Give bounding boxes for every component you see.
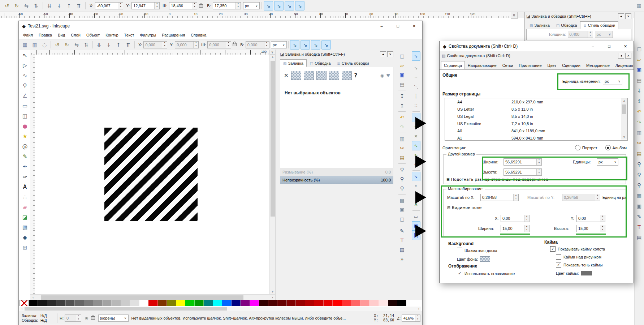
open-document-icon[interactable]: ▱ [635, 54, 644, 64]
fill-rule-nonzero-icon[interactable]: ◉ [380, 73, 384, 78]
fill-stroke-dialog-icon[interactable]: ✎ [635, 211, 644, 222]
viewbox-width-field[interactable]: 15,00▲▼ [501, 225, 530, 232]
paste-icon[interactable]: ▤ [397, 153, 407, 162]
antialias-checkbox[interactable]: ✓Использовать сглаживание [457, 271, 515, 276]
height-field[interactable]: 0,000▲▼ [246, 41, 269, 48]
fill-stroke-dialog-icon[interactable]: ✎ [397, 226, 407, 236]
flip-horizontal-icon[interactable]: ⇆ [72, 40, 81, 50]
palette-swatch[interactable] [232, 300, 241, 306]
palette-swatch[interactable] [84, 300, 94, 306]
background-horizontal-ruler[interactable]: -60-50-40-30-20-100102030405060708090100… [0, 12, 517, 18]
spray-tool-icon[interactable]: ∴ [20, 192, 30, 202]
palette-swatch[interactable] [195, 300, 204, 306]
palette-scrollbar[interactable]: ‹ › [20, 307, 421, 311]
cut-icon[interactable]: ✂ [397, 144, 407, 153]
raise-one-step-icon[interactable]: ↑ [64, 1, 74, 10]
stroke-width-units-dropdown[interactable]: px∨ [595, 31, 613, 38]
scrollbar-thumb[interactable] [41, 295, 243, 300]
palette-swatch[interactable] [351, 300, 360, 306]
panel-collapse-button[interactable]: ◄ [618, 53, 624, 59]
command-icon[interactable] [397, 193, 407, 196]
panel-tab[interactable]: □Обводка [307, 59, 334, 67]
fill-rule-evenodd-icon[interactable]: ♥ [386, 73, 390, 78]
scroll-down-icon[interactable]: ∨ [621, 134, 627, 140]
dialog-tab[interactable]: Страница [441, 61, 465, 69]
palette-swatch[interactable] [103, 300, 112, 306]
cut-icon[interactable]: ✂ [635, 138, 644, 148]
export-icon[interactable]: ↥ [635, 96, 644, 106]
snap-others-icon[interactable]: ↘ [412, 172, 420, 181]
background-toolbar-icon[interactable]: ▦ [635, 2, 643, 10]
copy-icon[interactable]: ▥ [635, 127, 644, 138]
page-size-row[interactable]: US Legal8,5 x 14,0 in [445, 113, 621, 120]
palette-swatch[interactable] [130, 300, 139, 306]
bezier-tool-icon[interactable]: ✒ [20, 162, 30, 172]
palette-swatch[interactable] [204, 300, 213, 306]
tweak-tool-icon[interactable]: ∿ [20, 70, 30, 81]
lower-one-step-icon[interactable]: ↓ [104, 40, 113, 50]
measure-tool-icon[interactable]: ∠ [20, 91, 30, 101]
palette-swatch[interactable] [66, 300, 75, 306]
snap-bbox-corners-icon[interactable]: ↘ [285, 1, 294, 10]
snap-bbox-icon[interactable]: ↘ [412, 63, 420, 73]
open-document-icon[interactable]: ▱ [397, 61, 407, 70]
command-icon[interactable] [397, 224, 407, 226]
palette-swatch[interactable] [75, 300, 84, 306]
palette-swatch[interactable] [287, 300, 296, 306]
page-size-row[interactable]: A4210,0 x 297,0 mm [445, 98, 621, 106]
scroll-right-icon[interactable]: › [416, 307, 421, 311]
layer-visibility-icon[interactable]: ◉ [85, 316, 88, 320]
text-dialog-icon[interactable]: T [635, 222, 644, 232]
selector-tool-icon[interactable]: ↖ [20, 50, 30, 60]
clone-icon[interactable]: ▣ [397, 205, 407, 214]
opacity-slider[interactable]: Непрозрачность (%) 100,0 [280, 176, 393, 184]
palette-swatch[interactable] [388, 300, 397, 306]
scale-x-field[interactable]: 0,26458▲▼ [480, 194, 519, 201]
lock-ratio-icon[interactable] [199, 4, 203, 8]
palette-swatch[interactable] [148, 300, 158, 306]
palette-swatch[interactable] [305, 300, 315, 306]
print-icon[interactable]: ▤ [635, 75, 644, 85]
snap-others-icon[interactable]: ↘ [311, 40, 320, 50]
menu-item[interactable]: Объект [83, 32, 103, 38]
dialog-titlebar[interactable]: ◆ Свойства документа (Shift+Ctrl+D) – □ … [440, 41, 634, 51]
scale-y-field[interactable]: 0,26458▲▼ [562, 194, 600, 201]
palette-swatch[interactable] [38, 300, 47, 306]
striped-square-object[interactable] [104, 128, 198, 221]
snap-nodes-icon[interactable]: ↘ [301, 40, 310, 50]
save-icon[interactable]: ▣ [635, 64, 644, 75]
raise-to-top-icon[interactable]: ⇈ [74, 1, 83, 10]
y-field[interactable]: 0,000▲▼ [175, 41, 199, 48]
flip-vertical-icon[interactable]: ⇅ [82, 40, 91, 50]
fit-page-expander[interactable]: ⊞ Подогнать размер страницы под содержим… [446, 177, 548, 182]
pencil-tool-icon[interactable]: ✎ [20, 151, 30, 162]
border-on-top-checkbox[interactable]: Кайма над рисунком [556, 254, 601, 260]
dialog-tab[interactable]: Цвет [545, 61, 559, 69]
palette-swatch[interactable] [360, 300, 370, 306]
landscape-radio[interactable]: Альбом [605, 145, 627, 150]
snap-page-icon[interactable]: ↘ [321, 40, 331, 50]
panel-tab[interactable]: □Обводка [553, 21, 580, 29]
panel-tab[interactable]: ▧Заливка [526, 21, 553, 29]
zoom-page-icon[interactable]: ⚲ [397, 184, 407, 193]
lock-ratio-icon[interactable] [233, 43, 237, 46]
x-field[interactable]: 0,000▲▼ [143, 41, 167, 48]
horizontal-ruler[interactable]: 100 [30, 50, 269, 55]
palette-swatch[interactable] [167, 300, 176, 306]
list-scrollbar[interactable]: ∧ ∨ [621, 98, 627, 140]
new-document-icon[interactable]: ▢ [397, 51, 407, 61]
panel-collapse-button[interactable]: ◄ [380, 51, 386, 57]
paste-icon[interactable]: ▤ [635, 148, 644, 159]
background-color-swatch[interactable] [480, 256, 490, 262]
viewbox-y-field[interactable]: 0,00▲▼ [576, 215, 605, 222]
command-icon[interactable] [397, 110, 407, 113]
duplicate-icon[interactable]: ▩ [635, 190, 644, 201]
palette-swatch[interactable] [369, 300, 379, 306]
menu-item[interactable]: Правка [36, 32, 55, 38]
palette-swatch[interactable] [20, 300, 29, 306]
node-tool-icon[interactable]: ▷ [20, 60, 30, 70]
palette-swatch[interactable] [379, 300, 388, 306]
dropper-tool-icon[interactable]: ◆ [20, 232, 30, 243]
zoom-field[interactable]: 416%▲▼ [402, 315, 420, 322]
menu-item[interactable]: Текст [121, 32, 137, 38]
